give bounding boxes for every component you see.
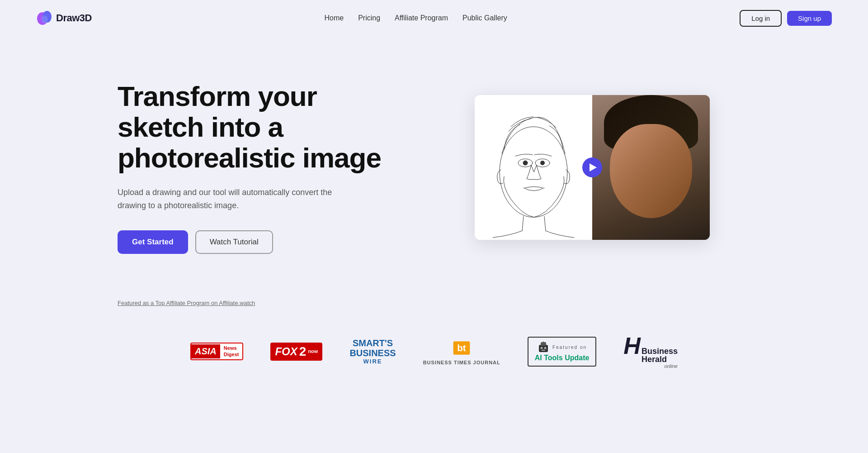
fox-2-label: 2: [299, 344, 307, 359]
svg-point-8: [540, 161, 545, 165]
hero-left: Transform your sketch into a photorealis…: [118, 81, 398, 254]
press-logo-bh: H Business Herald online: [623, 334, 678, 369]
signup-button[interactable]: Sign up: [787, 11, 832, 26]
press-logo-asia: ASIA NewsDigest: [190, 343, 243, 360]
svg-point-14: [544, 347, 547, 349]
ai-featured-text: Featured on: [552, 345, 587, 350]
ai-main-label: AI Tools Update: [535, 354, 590, 362]
bh-herald: Herald: [642, 355, 678, 363]
svg-point-3: [500, 127, 567, 217]
hero-right: [434, 95, 750, 240]
nav-pricing[interactable]: Pricing: [358, 14, 380, 22]
svg-point-2: [42, 15, 48, 24]
svg-rect-11: [539, 345, 548, 352]
face-photo-bg: [592, 95, 710, 240]
ai-featured-label: Featured on: [552, 345, 587, 350]
svg-point-13: [541, 347, 543, 349]
fox-now-label: now: [308, 348, 318, 354]
affiliate-link[interactable]: Featured as a Top Affiliate Program on A…: [118, 300, 255, 306]
play-icon: [590, 163, 597, 172]
ai-robot-icon: [537, 341, 550, 354]
play-button[interactable]: [582, 157, 602, 177]
nav-affiliate[interactable]: Affiliate Program: [395, 14, 448, 22]
logo-text: Draw3D: [56, 12, 92, 24]
hero-section: Transform your sketch into a photorealis…: [0, 36, 868, 299]
svg-point-6: [523, 161, 528, 165]
svg-rect-12: [541, 342, 546, 346]
bh-h-letter: H: [623, 334, 641, 358]
bh-business: Business: [642, 347, 678, 355]
login-button[interactable]: Log in: [740, 10, 782, 27]
nav-home[interactable]: Home: [324, 14, 344, 22]
ai-icon-row: Featured on: [537, 341, 587, 354]
smart-business: BUSINESS: [349, 348, 396, 358]
press-logo-btj: bt BUSINESS TIMES JOURNAL: [423, 338, 500, 365]
watch-tutorial-button[interactable]: Watch Tutorial: [195, 230, 273, 254]
smart-wire: WIRE: [349, 358, 396, 365]
nav-gallery[interactable]: Public Gallery: [462, 14, 507, 22]
navbar: Draw3D Home Pricing Affiliate Program Pu…: [0, 0, 868, 36]
asia-rest-label: NewsDigest: [220, 343, 243, 359]
hero-image: [475, 95, 710, 240]
hero-buttons: Get Started Watch Tutorial: [118, 230, 398, 254]
sketch-side: [475, 95, 592, 240]
smart-text: SMART'S: [349, 338, 396, 348]
nav-actions: Log in Sign up: [740, 10, 832, 27]
bh-online: online: [642, 363, 678, 369]
asia-label: ASIA: [191, 344, 220, 358]
svg-text:bt: bt: [458, 343, 467, 353]
fox-label: FOX: [275, 345, 297, 358]
get-started-button[interactable]: Get Started: [118, 230, 188, 254]
press-logo-ai: Featured on AI Tools Update: [528, 337, 597, 367]
photo-side: [592, 95, 710, 240]
hero-subtitle: Upload a drawing and our tool will autom…: [118, 186, 335, 212]
face-sketch-svg: [475, 95, 592, 240]
svg-rect-16: [543, 341, 544, 343]
svg-rect-15: [542, 350, 545, 351]
logo-icon: [36, 10, 53, 27]
press-section: ASIA NewsDigest FOX 2 now SMART'S BUSINE…: [0, 320, 868, 382]
hero-title: Transform your sketch into a photorealis…: [118, 81, 398, 174]
bh-rest: Business Herald online: [642, 347, 678, 369]
btj-icon: bt: [452, 338, 472, 358]
btj-label: BUSINESS TIMES JOURNAL: [423, 360, 500, 365]
face-skin: [610, 124, 692, 218]
affiliate-banner: Featured as a Top Affiliate Program on A…: [0, 299, 868, 307]
nav-links: Home Pricing Affiliate Program Public Ga…: [324, 14, 507, 22]
press-logo-smart: SMART'S BUSINESS WIRE: [349, 338, 396, 365]
logo[interactable]: Draw3D: [36, 10, 92, 27]
press-logo-fox: FOX 2 now: [270, 343, 322, 361]
